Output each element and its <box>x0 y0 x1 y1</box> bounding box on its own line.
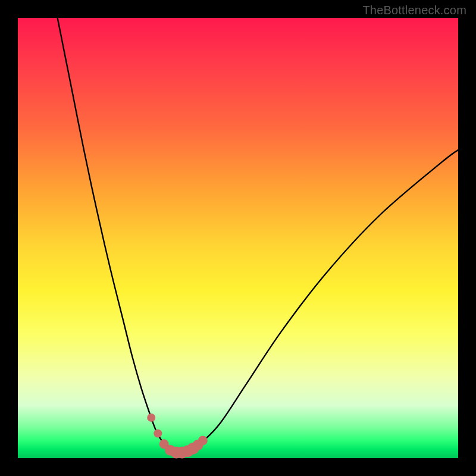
bottleneck-chart <box>18 18 458 458</box>
trough-marker <box>198 436 208 445</box>
watermark-text: TheBottleneck.com <box>362 4 466 17</box>
bottleneck-curve <box>58 18 458 452</box>
trough-marker-group <box>147 414 208 458</box>
trough-marker <box>147 414 155 422</box>
trough-marker <box>154 430 162 438</box>
